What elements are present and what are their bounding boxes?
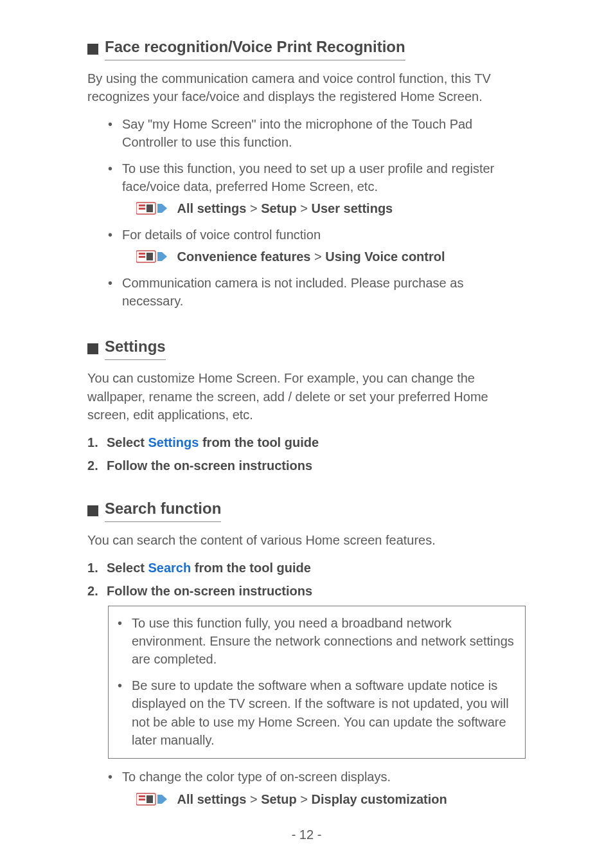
step-text: from the tool guide: [191, 561, 311, 575]
svg-rect-2: [139, 208, 145, 210]
heading-text: Face recognition/Voice Print Recognition: [105, 36, 405, 60]
note-bullet-2: Be sure to update the software when a so…: [118, 676, 516, 750]
breadcrumb-part: Setup: [261, 201, 297, 215]
svg-rect-6: [139, 256, 145, 258]
breadcrumb-ref-3[interactable]: All settings > Setup > Display customiza…: [136, 790, 526, 808]
face-bullet-4: Communication camera is not included. Pl…: [108, 274, 526, 311]
face-bullet-2-text: To use this function, you need to set up…: [122, 161, 494, 194]
face-bullet-1: Say "my Home Screen" into the microphone…: [108, 115, 526, 152]
face-bullet-3-text: For details of voice control function: [122, 228, 321, 242]
settings-link[interactable]: Settings: [148, 435, 199, 449]
heading-text: Search function: [105, 498, 221, 522]
breadcrumb-sep: >: [246, 201, 261, 215]
svg-rect-9: [139, 795, 145, 797]
square-bullet-icon: [87, 505, 98, 516]
search-bullet-1-text: To change the color type of on-screen di…: [122, 770, 391, 784]
breadcrumb-part: All settings: [177, 201, 247, 215]
reference-icon: [136, 250, 167, 263]
step-text: from the tool guide: [199, 435, 319, 449]
settings-step-1: Select Settings from the tool guide: [87, 433, 526, 451]
face-bullet-3: For details of voice control function Co…: [108, 226, 526, 266]
breadcrumb-part: User settings: [312, 201, 393, 215]
breadcrumb-sep: >: [310, 249, 325, 264]
svg-rect-7: [147, 253, 153, 260]
breadcrumb-ref-2[interactable]: Convenience features > Using Voice contr…: [136, 248, 526, 266]
svg-rect-10: [139, 799, 145, 800]
section-heading-search: Search function: [87, 498, 526, 522]
svg-rect-1: [139, 204, 145, 206]
breadcrumb-part: Using Voice control: [325, 249, 445, 264]
square-bullet-icon: [87, 44, 98, 55]
breadcrumb-part: Convenience features: [177, 249, 311, 264]
search-link[interactable]: Search: [148, 561, 191, 575]
breadcrumb-part: All settings: [177, 792, 247, 806]
settings-step-2: Follow the on-screen instructions: [87, 457, 526, 475]
step-text: Select: [107, 435, 148, 449]
svg-rect-5: [139, 253, 145, 255]
breadcrumb-sep: >: [297, 201, 312, 215]
note-bullet-1: To use this function fully, you need a b…: [118, 614, 516, 669]
reference-icon: [136, 793, 167, 806]
square-bullet-icon: [87, 343, 98, 354]
note-box: To use this function fully, you need a b…: [108, 606, 526, 759]
face-bullet-2: To use this function, you need to set up…: [108, 159, 526, 218]
search-step-2: Follow the on-screen instructions: [87, 582, 526, 600]
face-intro: By using the communication camera and vo…: [87, 69, 526, 106]
breadcrumb-sep: >: [297, 792, 312, 806]
breadcrumb-part: Setup: [261, 792, 297, 806]
heading-text: Settings: [105, 336, 166, 360]
breadcrumb-part: Display customization: [312, 792, 447, 806]
settings-intro: You can customize Home Screen. For examp…: [87, 369, 526, 424]
search-step-1: Select Search from the tool guide: [87, 559, 526, 577]
page-number: - 12 -: [0, 827, 613, 842]
breadcrumb-ref-1[interactable]: All settings > Setup > User settings: [136, 199, 526, 217]
section-heading-face: Face recognition/Voice Print Recognition: [87, 36, 526, 60]
svg-rect-3: [147, 204, 153, 212]
svg-rect-11: [147, 795, 153, 803]
breadcrumb-sep: >: [246, 792, 261, 806]
reference-icon: [136, 202, 167, 215]
search-bullet-1: To change the color type of on-screen di…: [108, 768, 526, 808]
step-text: Select: [107, 561, 148, 575]
search-intro: You can search the content of various Ho…: [87, 531, 526, 549]
section-heading-settings: Settings: [87, 336, 526, 360]
